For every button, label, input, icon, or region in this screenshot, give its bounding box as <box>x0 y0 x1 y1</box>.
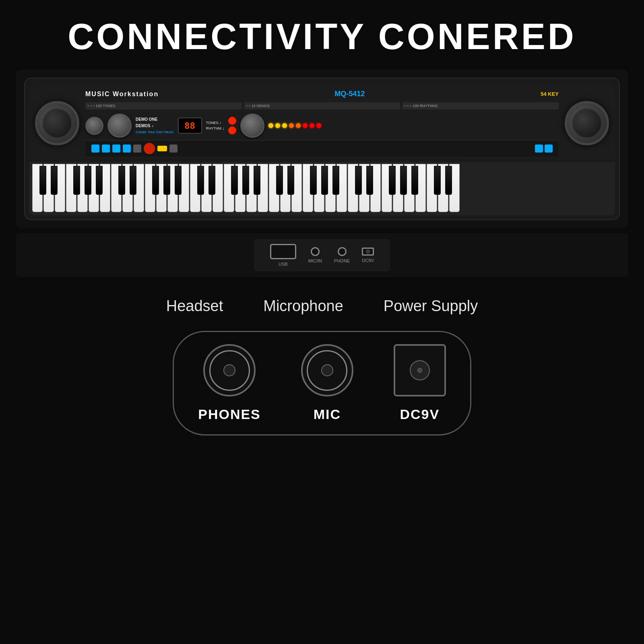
tempo-btn[interactable] <box>123 144 131 153</box>
demo-controls: DEMO ONE DEMOS ♪ Create Your Own Music <box>136 117 174 134</box>
chord-btn[interactable] <box>91 144 99 153</box>
sync-btn[interactable] <box>102 144 110 153</box>
white-key[interactable] <box>134 164 144 212</box>
white-key[interactable] <box>382 164 392 212</box>
keyboard-section: MUSIC Workstation MQ-5412 54 KEY 100 TON… <box>16 70 628 228</box>
white-key[interactable] <box>269 164 279 212</box>
phones-diagram-item: PHONES <box>198 344 261 422</box>
white-key[interactable] <box>393 164 403 212</box>
white-key[interactable] <box>438 164 448 212</box>
speaker-right-inner <box>572 108 602 138</box>
white-key[interactable] <box>201 164 212 212</box>
white-key[interactable] <box>167 164 178 212</box>
white-key[interactable] <box>145 164 155 212</box>
white-key[interactable] <box>235 164 246 212</box>
dc9v-diagram-item: DC9V <box>394 344 446 422</box>
led-display: 88 <box>178 118 202 134</box>
led-7 <box>310 123 314 128</box>
red-button-2[interactable] <box>228 126 236 134</box>
white-key[interactable] <box>449 164 460 212</box>
white-key[interactable] <box>246 164 257 212</box>
white-key[interactable] <box>348 164 358 212</box>
play-btn[interactable] <box>169 144 178 153</box>
record-btn[interactable] <box>144 143 155 154</box>
ports-diagram: PHONES MIC DC9V <box>173 331 471 436</box>
white-key[interactable] <box>156 164 167 212</box>
tagline: Create Your Own Music <box>136 130 174 134</box>
white-key[interactable] <box>404 164 415 212</box>
phones-label: PHONE <box>334 258 350 263</box>
white-key[interactable] <box>43 164 54 212</box>
led-row <box>268 123 321 128</box>
dc9v-square-port <box>394 344 446 396</box>
dc-port-item: DC9V <box>362 248 374 263</box>
start-stop-btn[interactable] <box>133 144 141 153</box>
keys-container <box>32 164 612 212</box>
sustain-btn[interactable] <box>535 144 543 153</box>
vibrato-btn[interactable] <box>545 144 553 153</box>
white-key[interactable] <box>303 164 313 212</box>
led-8 <box>316 123 321 128</box>
led-3 <box>282 123 287 128</box>
phones-port-inner <box>223 364 235 376</box>
speaker-right <box>565 101 609 145</box>
rhythm-knob[interactable] <box>240 114 264 138</box>
led-1 <box>268 123 273 128</box>
white-key[interactable] <box>370 164 381 212</box>
keyboard-model: MQ-5412 <box>334 90 365 98</box>
red-buttons <box>228 117 236 134</box>
white-key[interactable] <box>224 164 234 212</box>
white-key[interactable] <box>190 164 200 212</box>
demo-one-label: DEMO ONE <box>136 117 174 122</box>
demos-count: 10 DEMOS <box>252 104 270 108</box>
white-key[interactable] <box>77 164 88 212</box>
white-keys <box>32 164 612 212</box>
keyboard-top-panel: MUSIC Workstation MQ-5412 54 KEY 100 TON… <box>29 87 615 160</box>
keyboard-brand: MUSIC Workstation <box>85 91 159 98</box>
info-strips: 100 TONES 10 DEMOS 100 RHYTHMS <box>85 102 559 109</box>
mic-circle-port <box>301 344 353 396</box>
white-key[interactable] <box>314 164 324 212</box>
white-key[interactable] <box>32 164 43 212</box>
dc9v-port-inner <box>410 360 430 380</box>
white-key[interactable] <box>280 164 291 212</box>
led-2 <box>275 123 280 128</box>
white-key[interactable] <box>359 164 369 212</box>
white-key[interactable] <box>258 164 268 212</box>
led-5 <box>296 123 301 128</box>
red-button-1[interactable] <box>228 117 236 125</box>
tempo-knob[interactable] <box>107 114 132 138</box>
white-key[interactable] <box>415 164 426 212</box>
phones-circle-port <box>203 344 256 396</box>
usb-port-item: USB <box>270 244 296 266</box>
tone-rhythm-controls: TONES ♪ RHYTHM ♩ <box>206 121 224 130</box>
white-key[interactable] <box>325 164 336 212</box>
phones-port-item: PHONE <box>334 247 350 263</box>
usb-port <box>270 244 296 259</box>
display-digits: 88 <box>184 121 195 131</box>
ports-panel: USB MIC/IN PHONE DC9V <box>254 239 390 271</box>
white-key[interactable] <box>213 164 223 212</box>
prog-btn[interactable] <box>157 146 167 151</box>
page-title: CONNECTIVITY CONERED <box>0 16 644 58</box>
power-supply-label: Power Supply <box>384 297 478 315</box>
dc-port <box>362 248 374 256</box>
fill-btn[interactable] <box>112 144 120 153</box>
white-key[interactable] <box>291 164 302 212</box>
white-key[interactable] <box>89 164 99 212</box>
white-key[interactable] <box>55 164 65 212</box>
button-strip <box>85 140 559 157</box>
mic-port-circle <box>311 247 320 256</box>
keyboard-controls: MUSIC Workstation MQ-5412 54 KEY 100 TON… <box>85 90 559 157</box>
white-key[interactable] <box>66 164 76 212</box>
white-key[interactable] <box>179 164 189 212</box>
volume-knob[interactable] <box>85 117 103 135</box>
white-key[interactable] <box>100 164 110 212</box>
white-key[interactable] <box>111 164 122 212</box>
white-key[interactable] <box>427 164 437 212</box>
white-key[interactable] <box>336 164 347 212</box>
white-key[interactable] <box>122 164 133 212</box>
info-strip-1: 100 TONES <box>85 102 242 109</box>
mic-port-item: MIC/IN <box>308 247 322 263</box>
brand-row: MUSIC Workstation MQ-5412 54 KEY <box>85 90 559 98</box>
